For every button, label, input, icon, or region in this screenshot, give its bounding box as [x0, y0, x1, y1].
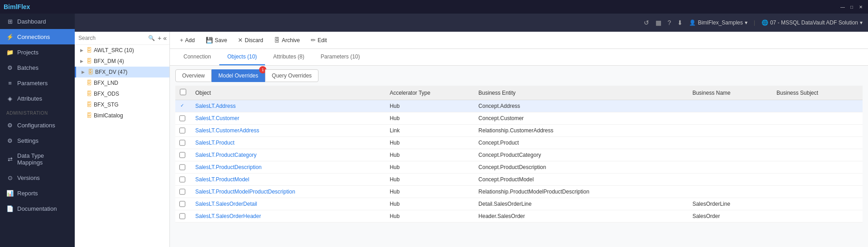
sidebar-item-reports[interactable]: 📊 Reports [0, 185, 75, 201]
sidebar-item-configurations[interactable]: ⚙ Configurations [0, 117, 75, 133]
tab-parameters[interactable]: Parameters (10) [313, 49, 368, 65]
sidebar-item-dashboard[interactable]: ⊞ Dashboard [0, 14, 75, 29]
object-link[interactable]: SalesLT.SalesOrderHeader [195, 213, 261, 219]
user-menu[interactable]: 👤 BimlFlex_Samples ▾ [689, 19, 747, 26]
row-checkbox-cell[interactable] [175, 198, 189, 210]
cell-accelerator-type: Hub [385, 210, 474, 223]
cell-object[interactable]: SalesLT.ProductCategory [191, 149, 385, 161]
object-link[interactable]: SalesLT.Address [195, 103, 236, 109]
chart-icon[interactable]: ▦ [656, 19, 661, 26]
row-checkbox[interactable] [179, 152, 185, 158]
object-link[interactable]: SalesLT.Customer [195, 115, 239, 121]
row-checkbox[interactable] [179, 201, 185, 207]
subtab-query-overrides[interactable]: Query Overrides [265, 69, 318, 82]
tree-item-bfx-dv[interactable]: ▶ 🗄 BFX_DV (47) [75, 67, 169, 77]
sidebar-item-attributes[interactable]: ◈ Attributes [0, 91, 75, 106]
subtab-model-overrides[interactable]: Model Overrides 1 [212, 69, 265, 82]
cell-accelerator-type: Hub [385, 149, 474, 161]
close-button[interactable]: ✕ [857, 3, 864, 10]
env-menu[interactable]: 🌐 07 - MSSQL DataVault ADF Solution ▾ [762, 19, 863, 26]
tree-item-bimlcatalog[interactable]: ▶ 🗄 BimlCatalog [75, 110, 169, 121]
sidebar-item-parameters[interactable]: ≡ Parameters [0, 75, 75, 91]
edit-button[interactable]: ✏ Edit [306, 35, 332, 45]
discard-button[interactable]: ✕ Discard [233, 35, 268, 45]
tab-objects[interactable]: Objects (10) [219, 49, 265, 65]
object-link[interactable]: SalesLT.ProductDescription [195, 164, 262, 170]
object-link[interactable]: SalesLT.ProductModel [195, 176, 249, 183]
objects-table: Object Accelerator Type Business Entity … [175, 86, 863, 223]
row-checkbox-cell[interactable] [175, 125, 189, 136]
object-link[interactable]: SalesLT.Product [195, 140, 235, 146]
row-checkbox[interactable] [179, 164, 185, 170]
sidebar-item-projects[interactable]: 📁 Projects [0, 44, 75, 60]
header-checkbox-col[interactable] [175, 86, 191, 100]
row-checkbox-cell[interactable] [175, 112, 189, 124]
titlebar: BimlFlex — □ ✕ [0, 0, 868, 14]
row-checkbox-cell[interactable] [175, 137, 189, 149]
row-checkbox[interactable] [179, 140, 185, 146]
row-checkbox-cell[interactable] [175, 174, 189, 185]
tabs-bar: Connection Objects (10) Attributes (8) P… [170, 49, 868, 66]
database-icon: 🗄 [87, 58, 92, 64]
object-link[interactable]: SalesLT.SalesOrderDetail [195, 201, 257, 207]
row-checkbox-cell[interactable] [175, 161, 189, 173]
minimize-button[interactable]: — [839, 3, 846, 10]
save-button[interactable]: 💾 Save [201, 35, 231, 45]
app-logo: BimlFlex [4, 3, 30, 10]
collapse-icon[interactable]: « [163, 34, 167, 42]
cell-object[interactable]: SalesLT.ProductDescription [191, 161, 385, 174]
refresh-icon[interactable]: ↺ [644, 19, 649, 26]
tab-connection[interactable]: Connection [175, 49, 219, 65]
cell-object[interactable]: SalesLT.SalesOrderHeader [191, 210, 385, 223]
sidebar-item-data-type-mappings[interactable]: ⇄ Data Type Mappings [0, 148, 75, 170]
sidebar-item-connections[interactable]: ⚡ Connections [0, 29, 75, 44]
tree-expand-icon: ▶ [80, 59, 85, 63]
object-link[interactable]: SalesLT.CustomerAddress [195, 127, 259, 134]
row-checkbox[interactable] [179, 176, 185, 183]
object-link[interactable]: SalesLT.ProductCategory [195, 152, 256, 158]
search-input[interactable] [78, 35, 146, 41]
row-checkbox[interactable] [179, 213, 185, 219]
cell-business-name [688, 186, 772, 198]
sidebar-item-label: Dashboard [17, 18, 46, 25]
table-row: SalesLT.SalesOrderHeaderHubHeader.SalesO… [175, 210, 863, 223]
titlebar-controls[interactable]: — □ ✕ [839, 3, 864, 10]
cell-object[interactable]: SalesLT.Product [191, 137, 385, 149]
row-checkbox-cell[interactable] [175, 186, 189, 198]
sidebar-item-documentation[interactable]: 📄 Documentation [0, 201, 75, 216]
tree-item-awlt-src[interactable]: ▶ 🗄 AWLT_SRC (10) [75, 45, 169, 56]
versions-icon: ⊙ [6, 174, 14, 181]
tree-item-bfx-ods[interactable]: ▶ 🗄 BFX_ODS [75, 88, 169, 99]
cell-object[interactable]: SalesLT.ProductModel [191, 174, 385, 186]
tree-item-bfx-stg[interactable]: ▶ 🗄 BFX_STG [75, 99, 169, 110]
sidebar-item-batches[interactable]: ⚙ Batches [0, 60, 75, 75]
cell-object[interactable]: SalesLT.SalesOrderDetail [191, 198, 385, 210]
select-all-checkbox[interactable] [180, 89, 186, 95]
right-panel: + Add 💾 Save ✕ Discard 🗄 Archive [170, 32, 868, 247]
row-checkbox-cell[interactable]: ✓ [175, 100, 189, 111]
subtab-overview[interactable]: Overview [175, 69, 212, 82]
download-icon[interactable]: ⬇ [677, 19, 683, 26]
tree-item-bfx-lnd[interactable]: ▶ 🗄 BFX_LND [75, 77, 169, 88]
row-checkbox[interactable] [179, 115, 185, 121]
object-link[interactable]: SalesLT.ProductModelProductDescription [195, 189, 295, 195]
row-checkbox-cell[interactable] [175, 149, 189, 161]
sidebar-item-versions[interactable]: ⊙ Versions [0, 170, 75, 185]
archive-button[interactable]: 🗄 Archive [270, 35, 304, 45]
tree-item-bfx-dm[interactable]: ▶ 🗄 BFX_DM (4) [75, 56, 169, 67]
help-icon[interactable]: ? [668, 19, 671, 26]
row-checkbox-cell[interactable] [175, 210, 189, 222]
search-icon[interactable]: 🔍 [148, 35, 155, 41]
cell-object[interactable]: SalesLT.CustomerAddress [191, 125, 385, 137]
add-icon[interactable]: + [158, 34, 161, 42]
cell-object[interactable]: SalesLT.Customer [191, 112, 385, 125]
header-business-subject: Business Subject [772, 86, 863, 100]
row-checkbox[interactable] [179, 127, 185, 134]
tab-attributes[interactable]: Attributes (8) [265, 49, 313, 65]
sidebar-item-settings[interactable]: ⚙ Settings [0, 133, 75, 148]
maximize-button[interactable]: □ [848, 3, 855, 10]
cell-object[interactable]: SalesLT.ProductModelProductDescription [191, 186, 385, 198]
cell-object[interactable]: SalesLT.Address [191, 100, 385, 112]
add-button[interactable]: + Add [175, 35, 199, 45]
row-checkbox[interactable] [179, 189, 185, 195]
